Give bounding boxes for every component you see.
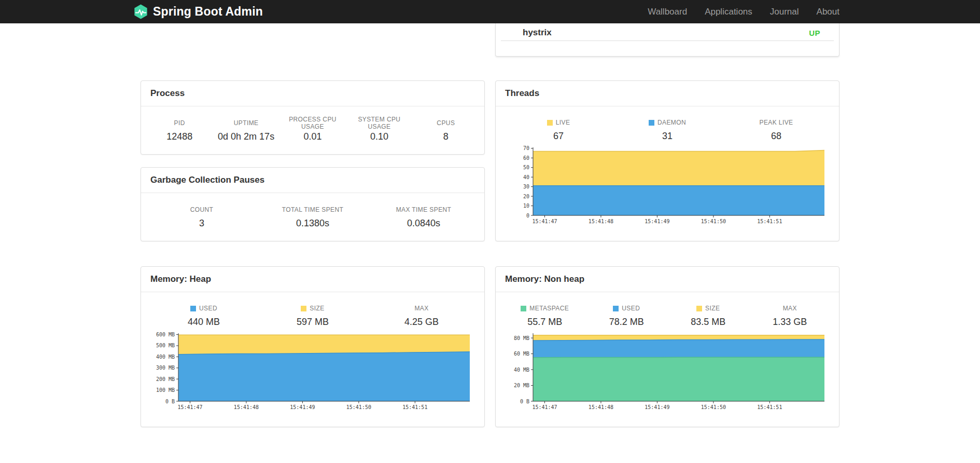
stat-label: METASPACE [504,305,586,312]
stat-label: COUNT [146,206,257,213]
stat-value: 0.10 [346,131,412,142]
gc-panel-title: Garbage Collection Pauses [141,168,484,193]
stat-label-text: MAX TIME SPENT [396,206,452,213]
stat-label: PID [146,119,213,127]
stat-value: 12488 [146,131,213,142]
stat-value: 0d 0h 2m 17s [213,131,279,142]
stat-value: 55.7 MB [504,317,586,328]
svg-text:600 MB: 600 MB [156,332,175,337]
process-stats: PID 12488 UPTIME 0d 0h 2m 17s PROCESS CP… [146,119,479,142]
stat-gc-count: COUNT 3 [146,206,257,229]
gc-panel-body: COUNT 3 TOTAL TIME SPENT 0.1380s MAX TIM… [141,193,484,241]
legend-swatch-used [613,306,619,311]
memory-heap-chart: 0 B100 MB200 MB300 MB400 MB500 MB600 MB1… [149,332,476,411]
nav-item-journal[interactable]: Journal [770,7,799,17]
stat-value: 0.0840s [368,218,479,229]
stat-value: 78.2 MB [586,317,668,328]
stat-label-text: SIZE [705,305,720,312]
stat-label-text: PROCESS CPU USAGE [279,116,346,130]
brand[interactable]: Spring Boot Admin [133,4,263,19]
svg-text:80 MB: 80 MB [514,335,529,341]
svg-text:15:41:50: 15:41:50 [346,404,371,410]
stat-uptime: UPTIME 0d 0h 2m 17s [213,119,279,142]
svg-text:15:41:47: 15:41:47 [532,219,557,224]
right-column: hystrix UP Threads LIVE 67 [495,23,839,427]
stat-label: TOTAL TIME SPENT [257,206,368,213]
stat-label: CPUS [413,119,479,127]
stat-value: 67 [504,131,613,142]
svg-text:200 MB: 200 MB [156,376,175,382]
stat-value: 440 MB [149,317,258,328]
svg-text:500 MB: 500 MB [156,343,175,348]
navbar: Spring Boot Admin Wallboard Applications… [0,0,980,23]
nonheap-stats: METASPACE 55.7 MB USED 78.2 MB [504,305,831,328]
stat-value: 1.33 GB [749,317,831,328]
stat-label: LIVE [504,119,613,126]
svg-text:15:41:48: 15:41:48 [234,404,259,410]
svg-text:15:41:49: 15:41:49 [645,404,669,410]
svg-text:15:41:51: 15:41:51 [757,404,782,410]
stat-label-text: CPUS [437,119,455,127]
navbar-inner: Spring Boot Admin Wallboard Applications… [141,0,839,23]
svg-text:15:41:48: 15:41:48 [589,404,613,410]
svg-text:15:41:47: 15:41:47 [532,404,557,410]
legend-swatch-metaspace [521,306,526,311]
stat-label: MAX [749,305,831,312]
heap-panel-title: Memory: Heap [141,267,484,292]
stat-label-text: SIZE [310,305,324,312]
panel-title-text: Threads [505,88,539,99]
svg-text:15:41:47: 15:41:47 [177,404,202,410]
memory-nonheap-chart: 0 B20 MB40 MB60 MB80 MB15:41:4715:41:481… [504,332,831,411]
stat-heap-size: SIZE 597 MB [258,305,367,328]
brand-title: Spring Boot Admin [153,5,263,19]
stat-label-text: COUNT [190,206,214,213]
svg-text:15:41:48: 15:41:48 [589,219,613,224]
threads-panel-title: Threads [496,81,839,106]
stat-process-cpu-usage: PROCESS CPU USAGE 0.01 [279,119,346,142]
application-row-hystrix[interactable]: hystrix UP [501,25,834,41]
svg-text:50: 50 [523,165,529,170]
svg-text:20: 20 [523,194,529,199]
svg-text:40: 40 [523,174,529,180]
stat-value: 3 [146,218,257,229]
stat-label: SIZE [258,305,367,312]
stat-label: MAX TIME SPENT [368,206,479,213]
svg-text:15:41:51: 15:41:51 [757,219,782,224]
stat-nonheap-size: SIZE 83.5 MB [667,305,749,328]
panel-title-text: Memory: Heap [150,274,211,284]
nav-item-about[interactable]: About [817,7,839,17]
application-name: hystrix [523,28,552,38]
applications-panel-partial: hystrix UP [495,23,839,57]
stat-label-text: SYSTEM CPU USAGE [346,116,412,130]
svg-text:15:41:50: 15:41:50 [701,219,726,224]
stat-nonheap-metaspace: METASPACE 55.7 MB [504,305,586,328]
nav-item-applications[interactable]: Applications [705,7,752,17]
nav-links: Wallboard Applications Journal About [648,7,839,17]
svg-text:300 MB: 300 MB [156,365,175,371]
memory-heap-panel: Memory: Heap USED 440 MB SIZE [141,266,485,427]
nonheap-panel-title: Memory: Non heap [496,267,839,292]
process-panel-body: PID 12488 UPTIME 0d 0h 2m 17s PROCESS CP… [141,106,484,155]
svg-text:30: 30 [523,184,529,189]
stat-label-text: PEAK LIVE [760,119,793,126]
stat-value: 83.5 MB [667,317,749,328]
stat-value: 68 [722,131,831,142]
stat-label-text: MAX [414,305,428,312]
stat-value: 8 [413,131,479,142]
threads-stats: LIVE 67 DAEMON 31 PEAK LIVE 68 [504,119,831,142]
stat-label: USED [586,305,668,312]
stat-gc-max-time: MAX TIME SPENT 0.0840s [368,206,479,229]
stat-label-text: TOTAL TIME SPENT [282,206,344,213]
stat-value: 0.1380s [257,218,368,229]
stat-label: DAEMON [613,119,722,126]
gc-stats: COUNT 3 TOTAL TIME SPENT 0.1380s MAX TIM… [146,206,479,229]
svg-text:40 MB: 40 MB [514,367,529,373]
stat-label: USED [149,305,258,312]
stat-label: SIZE [667,305,749,312]
nav-item-wallboard[interactable]: Wallboard [648,7,687,17]
stat-label-text: DAEMON [657,119,686,126]
svg-text:60 MB: 60 MB [514,351,529,357]
stat-threads-peak-live: PEAK LIVE 68 [722,119,831,142]
heap-stats: USED 440 MB SIZE 597 MB MAX 4.25 GB [149,305,476,328]
svg-text:70: 70 [523,146,529,151]
